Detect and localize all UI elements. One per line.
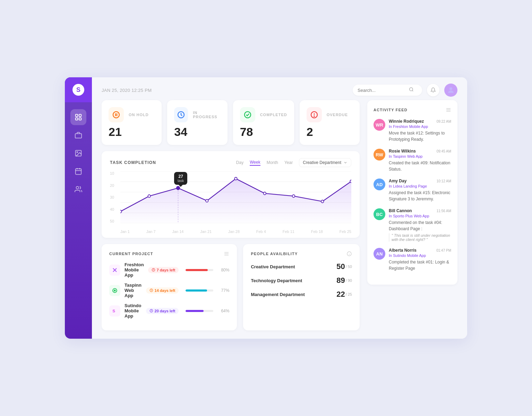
rosie-project[interactable]: In Taspinn Web App — [389, 154, 451, 158]
stat-card-completed: COMPLETED 78 — [233, 100, 294, 145]
amy-body: Amy Day 10:12 AM In Lidea Landing Page A… — [389, 179, 451, 202]
rosie-avatar: RW — [374, 149, 385, 161]
notification-button[interactable] — [427, 84, 439, 96]
svg-point-31 — [148, 195, 151, 198]
people-title: PEOPLE AVAILBILITY — [251, 252, 298, 256]
period-week[interactable]: Week — [250, 160, 260, 166]
alberta-project[interactable]: In Sutindo Mobile App — [389, 253, 451, 258]
bill-time: 11:56 AM — [437, 209, 451, 213]
amy-name: Amy Day — [389, 179, 406, 183]
activity-title: ACTIVITY FEED — [374, 108, 407, 112]
sidebar-item-team[interactable] — [70, 181, 86, 197]
people-row-creative: Creative Department 50 / 50 — [251, 262, 352, 271]
sidebar-logo[interactable]: S — [65, 77, 92, 102]
bill-avatar: BC — [374, 208, 385, 220]
users-icon — [75, 185, 82, 193]
svg-point-14 — [449, 87, 452, 90]
activity-menu-icon[interactable] — [446, 107, 451, 113]
in-progress-value: 34 — [174, 125, 220, 139]
search-icon — [409, 87, 414, 93]
briefcase-icon — [75, 131, 82, 139]
svg-point-37 — [350, 180, 351, 183]
people-availability-card: PEOPLE AVAILBILITY Creative Department 5… — [243, 244, 360, 330]
sidebar: S — [65, 77, 92, 339]
sutindo-deadline: 20 days left — [146, 308, 179, 314]
freshton-progress-bar — [186, 269, 213, 271]
svg-point-22 — [314, 116, 315, 116]
creative-total: / 50 — [346, 265, 352, 269]
bill-text: Commented on the task #04: Dashboard Pag… — [389, 219, 451, 232]
chart-x-labels: Jan 1 Jan 7 Jan 14 Jan 21 Jan 28 Feb 4 F… — [120, 229, 351, 234]
sidebar-nav — [70, 105, 86, 339]
current-project-card: CURRENT PROJECT Freshton Mobile App — [102, 244, 237, 330]
on-hold-value: 21 — [109, 125, 155, 139]
winnie-project[interactable]: In Freshton Mobile App — [389, 124, 451, 129]
taspinn-progress-pct: 77% — [217, 288, 229, 293]
svg-point-6 — [77, 151, 78, 153]
content: ON HOLD 21 IN — [92, 100, 467, 339]
period-day[interactable]: Day — [236, 160, 243, 165]
period-year[interactable]: Year — [284, 160, 293, 165]
svg-point-36 — [321, 200, 324, 203]
svg-rect-2 — [76, 118, 78, 120]
svg-point-45 — [114, 290, 115, 291]
sutindo-progress-bar — [186, 310, 213, 312]
tech-total: / 90 — [346, 278, 352, 283]
calendar-icon — [75, 167, 82, 175]
taspinn-deadline: 14 days left — [146, 287, 179, 294]
taspinn-progress-bar — [186, 289, 213, 292]
activity-item-bill: BC Bill Cannon 11:56 AM In Sporto Plus W… — [374, 208, 451, 242]
search-bar[interactable] — [353, 85, 422, 96]
sidebar-item-calendar[interactable] — [70, 163, 86, 179]
activity-item-winnie: WR Winnie Rodriquez 09:22 AM In Freshton… — [374, 119, 451, 142]
mgmt-total: / 25 — [346, 292, 352, 296]
bill-project[interactable]: In Sporto Plus Web App — [389, 214, 451, 218]
tech-count: 89 — [336, 276, 345, 285]
rosie-time: 09:45 AM — [437, 149, 451, 153]
svg-point-12 — [410, 88, 413, 91]
period-month[interactable]: Month — [267, 160, 278, 165]
amy-project[interactable]: In Lidea Landing Page — [389, 184, 451, 188]
sidebar-item-dashboard[interactable] — [70, 109, 86, 125]
sidebar-item-projects[interactable] — [70, 127, 86, 143]
freshton-deadline: 7 days left — [148, 267, 179, 273]
search-input[interactable] — [358, 88, 406, 93]
stat-card-overdue: OVERDUE 2 — [300, 100, 360, 145]
completed-label: COMPLETED — [260, 113, 287, 117]
sidebar-item-gallery[interactable] — [70, 145, 86, 161]
chart-active-point — [176, 186, 180, 190]
overdue-icon — [307, 107, 322, 122]
chart-area: 50 40 30 20 10 27 task — [110, 171, 351, 234]
svg-rect-1 — [79, 114, 81, 116]
people-row-technology: Technology Department 89 / 90 — [251, 276, 352, 285]
activity-item-rosie: RW Rosie Wilkins 09:45 AM In Taspinn Web… — [374, 149, 451, 172]
svg-rect-3 — [79, 118, 81, 120]
sutindo-progress-pct: 64% — [217, 309, 229, 313]
chart-controls: Day Week Month Year Creative Department — [236, 158, 351, 167]
department-select[interactable]: Creative Department — [299, 158, 351, 167]
activity-header: ACTIVITY FEED — [374, 107, 451, 113]
mgmt-dept-label: Management Department — [251, 292, 336, 297]
svg-point-35 — [292, 195, 295, 198]
menu-icon[interactable] — [224, 251, 229, 257]
in-progress-label: IN PROGRESS — [193, 111, 220, 119]
user-avatar[interactable] — [444, 84, 457, 97]
svg-rect-4 — [75, 133, 81, 138]
bottom-grid: CURRENT PROJECT Freshton Mobile App — [102, 244, 360, 330]
current-project-title: CURRENT PROJECT — [109, 252, 153, 256]
completed-icon — [240, 107, 255, 122]
taspinn-icon — [109, 285, 120, 296]
svg-point-33 — [234, 177, 237, 180]
bill-body: Bill Cannon 11:56 AM In Sporto Plus Web … — [389, 208, 451, 242]
overdue-label: OVERDUE — [327, 113, 348, 117]
alberta-text: Completed the task #01: Login & Register… — [389, 259, 451, 271]
clock-icon-3 — [149, 309, 153, 313]
header: JAN 25, 2020 12:25 PM — [92, 77, 467, 100]
stat-card-on-hold: ON HOLD 21 — [102, 100, 162, 145]
on-hold-icon — [109, 107, 124, 122]
chart-card: TASK COMPLETION Day Week Month Year Crea… — [102, 151, 360, 238]
info-icon[interactable] — [346, 251, 352, 257]
stat-cards: ON HOLD 21 IN — [102, 100, 360, 145]
overdue-value: 2 — [307, 125, 353, 139]
logo-icon: S — [72, 84, 84, 96]
